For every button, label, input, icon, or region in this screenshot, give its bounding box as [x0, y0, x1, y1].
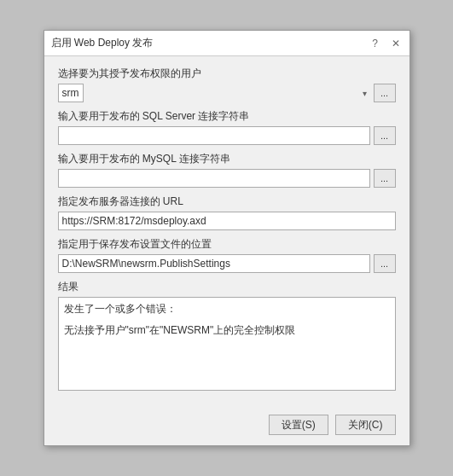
- settings-group: 指定用于保存发布设置文件的位置 ...: [58, 237, 396, 273]
- title-bar: 启用 Web Deploy 发布 ? ✕: [44, 31, 409, 56]
- url-group: 指定发布服务器连接的 URL: [58, 194, 396, 230]
- sql-input-row: ...: [58, 126, 396, 145]
- user-select-wrapper: srm: [58, 84, 370, 102]
- result-error-msg: 无法接予用户"srm"在"NEWSRM"上的完全控制权限: [64, 322, 390, 339]
- result-area[interactable]: 发生了一个或多个错误： 无法接予用户"srm"在"NEWSRM"上的完全控制权限: [58, 297, 396, 391]
- mysql-group: 输入要用于发布的 MySQL 连接字符串 ...: [58, 152, 396, 188]
- user-input-row: srm ...: [58, 84, 396, 102]
- setup-button[interactable]: 设置(S): [269, 415, 328, 435]
- user-select[interactable]: srm: [58, 84, 84, 102]
- settings-input[interactable]: [58, 254, 370, 273]
- result-error-title: 发生了一个或多个错误：: [64, 301, 390, 317]
- user-label: 选择要为其授予发布权限的用户: [58, 67, 396, 81]
- result-group: 结果 发生了一个或多个错误： 无法接予用户"srm"在"NEWSRM"上的完全控…: [58, 280, 396, 391]
- result-label: 结果: [58, 280, 396, 294]
- title-bar-controls: ? ✕: [369, 37, 403, 50]
- mysql-label: 输入要用于发布的 MySQL 连接字符串: [58, 152, 396, 166]
- sql-browse-button[interactable]: ...: [374, 126, 396, 145]
- sql-input[interactable]: [58, 126, 370, 145]
- url-label: 指定发布服务器连接的 URL: [58, 194, 396, 209]
- url-input-row: [58, 212, 396, 230]
- dialog-title: 启用 Web Deploy 发布: [51, 36, 154, 50]
- dialog-window: 启用 Web Deploy 发布 ? ✕ 选择要为其授予发布权限的用户 srm …: [44, 30, 410, 446]
- settings-input-row: ...: [58, 254, 396, 273]
- footer: 设置(S) 关闭(C): [44, 408, 409, 445]
- mysql-input[interactable]: [58, 169, 370, 188]
- mysql-browse-button[interactable]: ...: [374, 169, 396, 188]
- sql-group: 输入要用于发布的 SQL Server 连接字符串 ...: [58, 109, 396, 145]
- user-browse-button[interactable]: ...: [374, 84, 396, 102]
- mysql-input-row: ...: [58, 169, 396, 188]
- user-group: 选择要为其授予发布权限的用户 srm ...: [58, 67, 396, 102]
- settings-label: 指定用于保存发布设置文件的位置: [58, 237, 396, 252]
- sql-label: 输入要用于发布的 SQL Server 连接字符串: [58, 109, 396, 124]
- close-button[interactable]: 关闭(C): [335, 415, 396, 435]
- close-title-button[interactable]: ✕: [389, 37, 403, 50]
- help-button[interactable]: ?: [369, 37, 382, 50]
- settings-browse-button[interactable]: ...: [374, 254, 396, 273]
- url-input[interactable]: [58, 212, 396, 230]
- form-content: 选择要为其授予发布权限的用户 srm ... 输入要用于发布的 SQL Serv…: [44, 56, 409, 408]
